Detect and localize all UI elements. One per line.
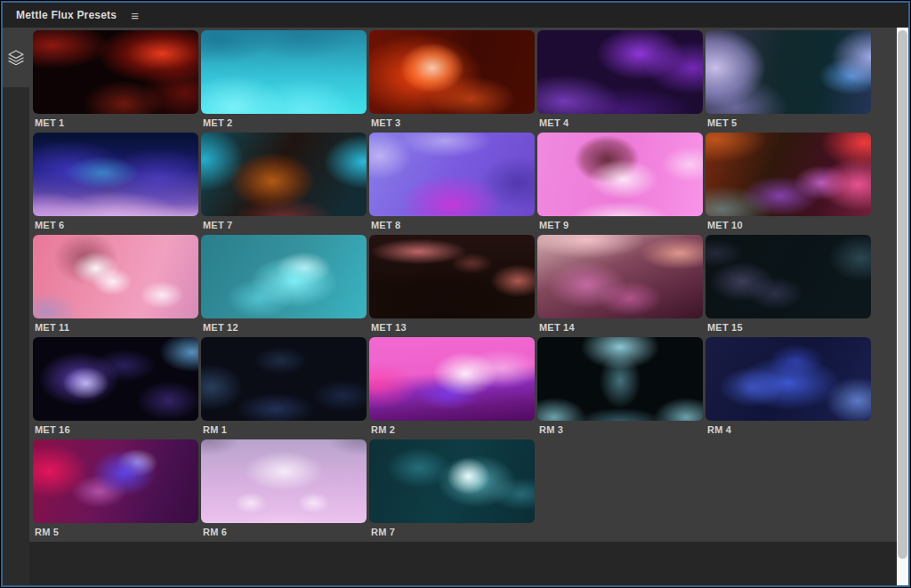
preset-label: MET 14 — [537, 318, 703, 333]
preset-thumbnail[interactable] — [201, 439, 367, 523]
preset-thumbnail[interactable] — [33, 235, 198, 318]
preset-label: RM 5 — [33, 523, 198, 537]
preset-label: RM 1 — [201, 421, 367, 435]
preset-tile[interactable]: RM 5 — [33, 439, 198, 542]
preset-thumbnail[interactable] — [705, 337, 871, 421]
preset-thumbnail[interactable] — [369, 133, 535, 216]
preset-label: MET 9 — [537, 216, 703, 230]
preset-tile[interactable]: MET 1 — [33, 30, 198, 133]
preset-thumbnail[interactable] — [369, 337, 535, 421]
preset-label: MET 2 — [201, 114, 367, 128]
preset-thumbnail[interactable] — [201, 30, 367, 114]
preset-label: RM 3 — [537, 421, 703, 435]
preset-label: MET 10 — [705, 216, 871, 230]
preset-tile[interactable]: MET 13 — [369, 235, 535, 337]
preset-tile[interactable]: RM 4 — [705, 337, 871, 439]
mettle-flux-panel: Mettle Flux Presets ≡ MET 1 MET 2 — [1, 1, 910, 587]
preset-label: MET 7 — [201, 216, 367, 230]
scrollbar-thumb[interactable] — [898, 30, 907, 559]
preset-thumbnail[interactable] — [201, 133, 367, 216]
preset-thumbnail[interactable] — [201, 337, 367, 421]
presets-tab[interactable] — [3, 28, 29, 87]
preset-tile[interactable]: MET 7 — [201, 133, 367, 235]
preset-thumbnail[interactable] — [537, 235, 703, 318]
preset-tile[interactable]: MET 11 — [33, 235, 198, 337]
preset-label: MET 6 — [33, 216, 198, 230]
preset-label: RM 2 — [369, 421, 535, 435]
preset-tile[interactable]: MET 16 — [33, 337, 198, 439]
preset-label: MET 4 — [537, 114, 703, 128]
preset-tile[interactable]: RM 2 — [369, 337, 535, 439]
preset-tile[interactable]: MET 15 — [705, 235, 871, 337]
preset-thumbnail[interactable] — [705, 133, 871, 216]
preset-thumbnail[interactable] — [369, 30, 535, 114]
preset-thumbnail[interactable] — [201, 235, 367, 318]
preset-tile[interactable]: RM 1 — [201, 337, 367, 439]
preset-tile[interactable]: MET 6 — [33, 133, 198, 235]
preset-tile[interactable]: RM 3 — [537, 337, 703, 439]
preset-grid: MET 1 MET 2 MET 3 MET 4 MET 5 MET 6 MET … — [33, 30, 897, 542]
preset-label: MET 16 — [33, 421, 198, 435]
preset-thumbnail[interactable] — [705, 235, 871, 318]
preset-label: MET 12 — [201, 318, 367, 333]
preset-label: MET 11 — [33, 318, 198, 333]
preset-label: MET 8 — [369, 216, 535, 230]
preset-tile[interactable]: MET 14 — [537, 235, 703, 337]
preset-tile[interactable]: MET 4 — [537, 30, 703, 133]
vertical-scrollbar[interactable] — [897, 28, 908, 585]
preset-grid-area: MET 1 MET 2 MET 3 MET 4 MET 5 MET 6 MET … — [29, 28, 897, 542]
panel-titlebar: Mettle Flux Presets ≡ — [3, 3, 908, 28]
preset-tile[interactable]: MET 2 — [201, 30, 367, 133]
preset-label: RM 4 — [705, 421, 871, 435]
panel-body: MET 1 MET 2 MET 3 MET 4 MET 5 MET 6 MET … — [3, 28, 908, 585]
preset-thumbnail[interactable] — [537, 30, 703, 114]
preset-thumbnail[interactable] — [369, 439, 535, 523]
preset-thumbnail[interactable] — [705, 30, 871, 114]
preset-thumbnail[interactable] — [33, 337, 198, 421]
preset-label: MET 3 — [369, 114, 535, 128]
preset-label: RM 6 — [201, 523, 367, 537]
bottom-strip — [29, 542, 897, 585]
preset-label: MET 5 — [705, 114, 871, 128]
preset-label: MET 1 — [33, 114, 198, 128]
preset-label: MET 15 — [705, 318, 871, 333]
preset-tile[interactable]: RM 6 — [201, 439, 367, 542]
preset-thumbnail[interactable] — [33, 133, 198, 216]
preset-tile[interactable]: MET 12 — [201, 235, 367, 337]
preset-label: MET 13 — [369, 318, 535, 333]
layers-stack-icon — [7, 49, 25, 67]
preset-tile[interactable]: MET 5 — [705, 30, 871, 133]
preset-thumbnail[interactable] — [537, 133, 703, 216]
preset-tile[interactable]: MET 3 — [369, 30, 535, 133]
preset-tile[interactable]: MET 8 — [369, 133, 535, 235]
preset-tile[interactable]: MET 10 — [705, 133, 871, 235]
main-column: MET 1 MET 2 MET 3 MET 4 MET 5 MET 6 MET … — [29, 28, 897, 585]
left-sidebar — [3, 28, 29, 585]
preset-label: RM 7 — [369, 523, 535, 537]
preset-tile[interactable]: MET 9 — [537, 133, 703, 235]
panel-menu-icon[interactable]: ≡ — [131, 9, 139, 22]
preset-thumbnail[interactable] — [33, 439, 198, 523]
panel-title: Mettle Flux Presets — [16, 9, 117, 21]
preset-thumbnail[interactable] — [369, 235, 535, 318]
preset-thumbnail[interactable] — [33, 30, 198, 114]
preset-thumbnail[interactable] — [537, 337, 703, 421]
preset-tile[interactable]: RM 7 — [369, 439, 535, 542]
